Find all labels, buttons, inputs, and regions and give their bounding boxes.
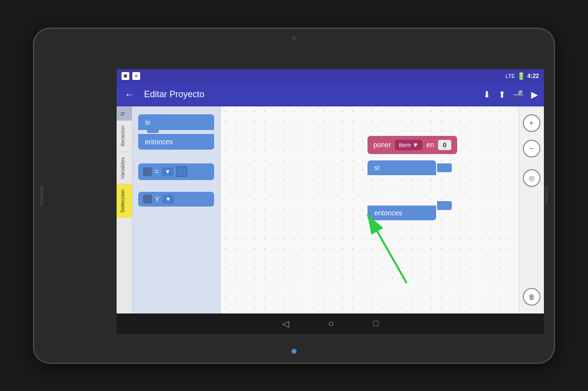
- canvas-si-block-top: si: [368, 160, 436, 175]
- svg-line-1: [368, 214, 407, 283]
- poner-label: poner: [373, 141, 391, 149]
- toolbar-title: Editar Proyecto: [144, 89, 475, 100]
- speaker-left: [40, 186, 43, 206]
- tab-seleccion[interactable]: Seleccion: [117, 184, 132, 218]
- status-time: 4:22: [527, 73, 539, 79]
- poner-block[interactable]: poner item ▼ en 0: [368, 136, 457, 154]
- y-dropdown[interactable]: ▼: [162, 195, 174, 204]
- sidebar-tabs: N Iteracion Variables Seleccion: [117, 106, 132, 313]
- main-content: N Iteracion Variables Seleccion si enton…: [117, 106, 544, 313]
- toolbar: ← Editar Proyecto ⬇ ⬆ 🎤 ▶: [117, 83, 544, 106]
- mic-button[interactable]: 🎤: [514, 90, 523, 99]
- right-toolbar: + − ◎ 🗑: [518, 106, 544, 313]
- toolbar-actions: ⬇ ⬆ 🎤 ▶: [483, 89, 538, 100]
- battery-icon: 🔋: [517, 72, 525, 80]
- zoom-in-button[interactable]: +: [523, 114, 540, 132]
- trash-button[interactable]: 🗑: [523, 288, 540, 306]
- if-then-block[interactable]: si entonces: [138, 114, 214, 150]
- canvas: poner item ▼ en 0 si: [220, 106, 518, 313]
- entonces-block-panel: entonces: [138, 134, 214, 150]
- home-dot: [292, 349, 296, 354]
- equals-dropdown[interactable]: ▼: [162, 167, 173, 176]
- nav-home-button[interactable]: ○: [328, 318, 334, 329]
- download-button[interactable]: ⬇: [483, 89, 490, 100]
- canvas-si-entonces-block[interactable]: si entonces: [368, 160, 452, 220]
- nav-bar: ◁ ○ □: [117, 313, 544, 334]
- status-bar: ▣ A LTE 🔋 4:22: [117, 69, 544, 83]
- camera: [292, 36, 296, 40]
- nav-recents-button[interactable]: □: [373, 318, 379, 329]
- canvas-si-row: si: [368, 160, 452, 175]
- target-button[interactable]: ◎: [523, 169, 540, 187]
- upload-button[interactable]: ⬆: [498, 89, 506, 100]
- canvas-entonces-row: entonces: [368, 191, 452, 220]
- play-button[interactable]: ▶: [531, 89, 538, 100]
- si-gap: [368, 175, 452, 191]
- zoom-out-button[interactable]: −: [523, 140, 540, 157]
- speaker-right: [545, 186, 548, 206]
- status-bar-right: LTE 🔋 4:22: [506, 72, 539, 80]
- blocks-panel: si entonces = ▼: [132, 106, 220, 313]
- tab-n[interactable]: N: [117, 106, 132, 121]
- en-label: en: [426, 141, 434, 149]
- si-connector: [437, 163, 452, 172]
- item-label: item: [399, 141, 411, 149]
- item-dropdown[interactable]: item ▼: [395, 140, 422, 150]
- value-box[interactable]: 0: [438, 140, 451, 150]
- tab-variables[interactable]: Variables: [117, 152, 132, 184]
- tab-iteracion[interactable]: Iteracion: [117, 120, 132, 151]
- y-op-block[interactable]: Y ▼: [138, 192, 214, 207]
- back-button[interactable]: ←: [122, 87, 136, 102]
- tablet-device: ▣ A LTE 🔋 4:22 ← Editar Proyecto ⬇ ⬆ 🎤 ▶: [34, 29, 554, 363]
- app-status-icon: ▣: [122, 72, 129, 80]
- canvas-entonces-block: entonces: [368, 206, 436, 220]
- status-bar-left: ▣ A: [122, 72, 140, 80]
- a-status-icon: A: [132, 72, 140, 80]
- tablet-screen: ▣ A LTE 🔋 4:22 ← Editar Proyecto ⬇ ⬆ 🎤 ▶: [117, 69, 544, 334]
- item-dropdown-arrow: ▼: [412, 141, 418, 149]
- equals-op-block[interactable]: = ▼: [138, 163, 214, 180]
- si-block-top: si: [138, 114, 214, 130]
- signal-icon: LTE: [506, 73, 515, 79]
- entonces-connector: [437, 201, 452, 210]
- nav-back-button[interactable]: ◁: [282, 318, 289, 329]
